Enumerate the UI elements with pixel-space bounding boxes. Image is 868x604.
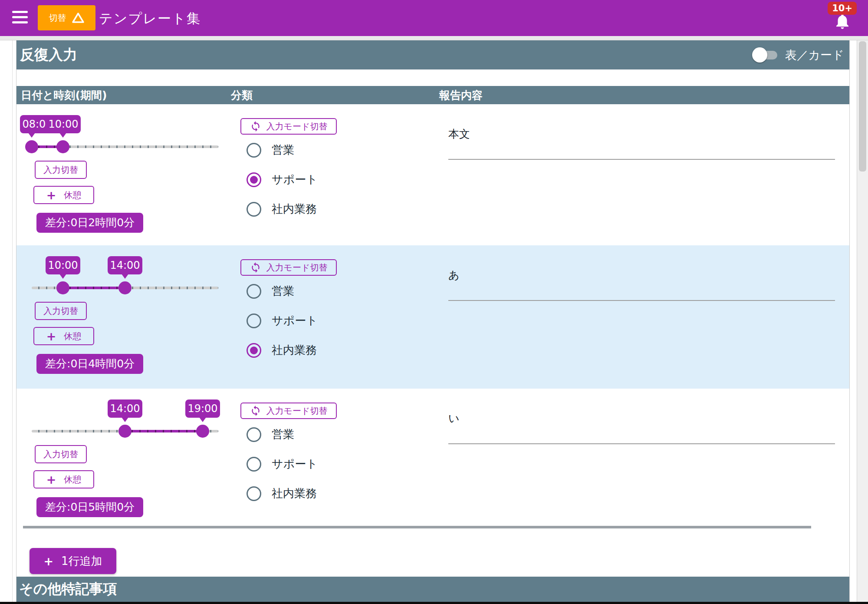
datetime-cell: 08:00 10:00 入力切替 + 休憩 差分:0日2時間0分: [16, 104, 229, 245]
header-switch-button[interactable]: 切替: [38, 5, 95, 30]
slider-active-range: [125, 430, 203, 432]
radio-circle-icon: [247, 486, 261, 501]
break-button-label: 休憩: [64, 474, 81, 485]
break-button-label: 休憩: [64, 330, 81, 342]
view-toggle: 表／カード: [752, 40, 844, 69]
add-row-label: 1行追加: [61, 554, 102, 569]
radio-support[interactable]: サポート: [247, 456, 318, 472]
radio-label: サポート: [272, 456, 318, 472]
radio-label: 営業: [272, 142, 294, 158]
mode-switch-label: 入力モード切替: [266, 121, 328, 132]
plus-icon: +: [46, 330, 56, 342]
slider-handle-start[interactable]: [118, 425, 132, 438]
input-underline: [448, 300, 835, 301]
radio-circle-icon: [247, 202, 261, 217]
report-cell: い: [437, 389, 849, 528]
triangle-icon: [72, 12, 85, 24]
category-cell: 入力モード切替 営業 サポート 社内業務: [229, 389, 437, 528]
col-header-datetime: 日付と時刻(期間): [16, 88, 229, 102]
radio-circle-icon: [247, 343, 261, 358]
radio-internal[interactable]: 社内業務: [247, 486, 317, 501]
table-row: 10:00 14:00 入力切替 + 休憩 差分:0日4時間0分 入力モード切替…: [16, 245, 849, 389]
slider-handle-end[interactable]: [118, 281, 132, 294]
slider-handle-start[interactable]: [56, 281, 69, 294]
add-row-button[interactable]: + 1行追加: [30, 548, 116, 574]
mode-switch-label: 入力モード切替: [266, 262, 328, 274]
report-text: い: [448, 411, 460, 426]
report-text: 本文: [448, 127, 470, 141]
table-card-toggle[interactable]: [752, 47, 778, 63]
input-underline: [448, 443, 835, 444]
plus-icon: +: [46, 189, 56, 201]
sync-icon: [250, 405, 261, 416]
add-break-button[interactable]: + 休憩: [33, 327, 94, 345]
report-cell: 本文: [437, 104, 849, 245]
datetime-cell: 14:00 19:00 入力切替 + 休憩 差分:0日5時間0分: [16, 389, 229, 528]
slider-handle-end[interactable]: [56, 140, 69, 153]
tooltip-pointer: [59, 274, 66, 279]
table-row: 14:00 19:00 入力切替 + 休憩 差分:0日5時間0分 入力モード切替…: [16, 389, 849, 528]
report-input[interactable]: 本文: [437, 104, 849, 245]
section-header: 反復入力 表／カード: [16, 40, 849, 69]
report-cell: あ: [437, 245, 849, 389]
radio-label: サポート: [272, 313, 318, 328]
tooltip-pointer: [28, 133, 35, 138]
slider-handle-start[interactable]: [25, 140, 38, 153]
tooltip-pointer: [199, 417, 206, 422]
radio-circle-icon: [247, 143, 261, 158]
notes-section-header: その他特記事項: [16, 577, 849, 602]
input-mode-switch-button[interactable]: 入力モード切替: [240, 118, 337, 135]
vertical-scrollbar[interactable]: [857, 36, 868, 604]
radio-internal[interactable]: 社内業務: [247, 343, 317, 358]
input-mode-switch-button[interactable]: 入力モード切替: [240, 259, 337, 276]
radio-label: 社内業務: [272, 201, 317, 217]
repeat-input-panel: 反復入力 表／カード 日付と時刻(期間) 分類 報告内容 08:00 10:00…: [16, 40, 850, 602]
col-header-report: 報告内容: [437, 88, 849, 102]
slider-tooltip-end: 19:00: [185, 399, 220, 418]
input-underline: [448, 159, 835, 160]
input-mode-switch-button[interactable]: 入力モード切替: [240, 403, 337, 419]
table-header-row: 日付と時刻(期間) 分類 報告内容: [16, 86, 849, 104]
radio-label: 営業: [272, 284, 294, 299]
horizontal-scrollbar-thumb[interactable]: [23, 526, 811, 528]
slider-tooltip-start: 10:00: [46, 256, 80, 274]
slider-active-range: [63, 287, 125, 289]
slider-tooltip-end: 10:00: [46, 115, 81, 133]
radio-circle-icon: [247, 427, 261, 442]
break-button-label: 休憩: [64, 189, 81, 201]
horizontal-scrollbar-track[interactable]: [0, 36, 868, 40]
notes-section-title: その他特記事項: [19, 580, 117, 599]
report-input[interactable]: い: [437, 389, 849, 528]
tooltip-pointer: [122, 274, 128, 279]
input-switch-button[interactable]: 入力切替: [35, 161, 87, 179]
view-toggle-label: 表／カード: [785, 47, 844, 63]
vertical-scrollbar-thumb[interactable]: [859, 41, 866, 172]
report-text: あ: [448, 268, 460, 282]
radio-sales[interactable]: 営業: [247, 427, 294, 442]
report-input[interactable]: あ: [437, 245, 849, 389]
tooltip-pointer: [59, 133, 66, 138]
sync-icon: [250, 262, 261, 273]
category-cell: 入力モード切替 営業 サポート 社内業務: [229, 245, 437, 389]
notifications-bell-icon[interactable]: 10+: [833, 11, 852, 31]
duration-diff-badge: 差分:0日2時間0分: [36, 213, 143, 233]
radio-internal[interactable]: 社内業務: [247, 201, 317, 217]
input-switch-button[interactable]: 入力切替: [35, 445, 87, 463]
plus-icon: +: [43, 555, 53, 567]
radio-support[interactable]: サポート: [247, 313, 318, 328]
radio-label: サポート: [272, 172, 318, 187]
add-break-button[interactable]: + 休憩: [33, 186, 94, 204]
toggle-knob[interactable]: [752, 47, 767, 63]
radio-circle-icon: [247, 284, 261, 299]
menu-icon[interactable]: [12, 11, 28, 25]
add-break-button[interactable]: + 休憩: [33, 470, 94, 488]
radio-sales[interactable]: 営業: [247, 142, 294, 158]
input-switch-button[interactable]: 入力切替: [35, 302, 87, 320]
radio-support[interactable]: サポート: [247, 172, 318, 187]
slider-handle-end[interactable]: [196, 425, 209, 438]
datetime-cell: 10:00 14:00 入力切替 + 休憩 差分:0日4時間0分: [16, 245, 229, 389]
notification-count-badge: 10+: [828, 2, 857, 15]
radio-circle-icon: [247, 314, 261, 328]
radio-sales[interactable]: 営業: [247, 284, 294, 299]
sync-icon: [250, 121, 261, 132]
